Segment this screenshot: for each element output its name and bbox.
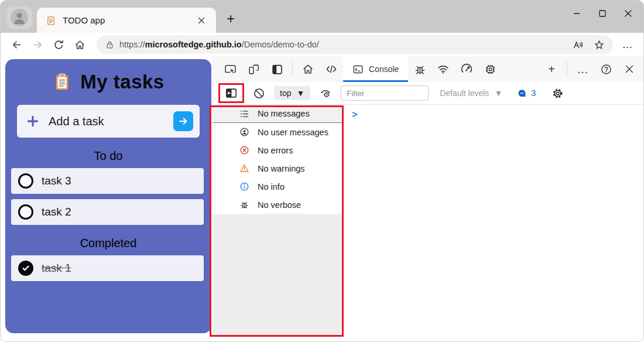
minimize-button[interactable] [564,1,590,26]
frame-context-selector[interactable]: top ▼ [274,86,310,100]
close-devtools-icon[interactable] [618,56,641,82]
url-text: https://microsoftedge.github.io/Demos/de… [119,40,565,49]
sidebar-item-label: No warnings [258,164,305,173]
task-row[interactable]: task 1 [11,255,204,281]
sidebar-item-all-messages[interactable]: No messages [213,105,343,123]
url-path: /Demos/demo-to-do/ [242,40,319,49]
sidebar-item-errors[interactable]: No errors [213,141,343,159]
console-settings-gear-icon[interactable] [551,87,564,100]
browser-tab[interactable]: TODO app [37,8,216,33]
task-checkbox[interactable] [18,173,33,189]
new-tab-button[interactable]: + [222,10,239,28]
lock-icon [105,40,115,50]
navigation-bar: https://microsoftedge.github.io/Demos/de… [1,33,643,56]
todo-section-header: To do [5,149,211,163]
warning-icon [239,163,249,173]
forward-button[interactable] [28,35,47,54]
browser-menu-button[interactable]: … [618,35,638,54]
home-button[interactable] [70,35,90,54]
devtools-toolbar: Console [213,56,643,82]
sidebar-item-verbose[interactable]: No verbose [213,196,343,214]
url-host: microsoftedge.github.io [145,40,242,49]
back-button[interactable] [6,35,26,54]
sidebar-empty-area [213,214,343,336]
sidebar-item-info[interactable]: No info [213,177,343,196]
task-checkbox-checked[interactable] [18,261,33,276]
info-icon [239,182,249,191]
task-row[interactable]: task 3 [11,168,204,194]
toolbar-separator [292,61,293,77]
user-icon [239,127,249,137]
console-tab-label: Console [369,64,399,74]
console-sidebar-toggle-icon[interactable] [225,87,238,100]
task-label: task 3 [42,175,71,187]
address-bar[interactable]: https://microsoftedge.github.io/Demos/de… [97,35,613,54]
tab-network-wifi-icon[interactable] [431,56,455,82]
tab-title: TODO app [63,15,189,25]
issues-counter[interactable]: 3 [517,88,536,98]
plus-icon [26,115,39,128]
person-icon [11,9,28,26]
console-prompt-chevron: > [352,110,357,119]
read-aloud-icon[interactable] [570,36,586,53]
console-sidebar: No messages No user messages [213,105,343,336]
console-body: No messages No user messages [213,105,643,341]
log-levels-label: Default levels [440,88,489,98]
profile-button[interactable] [6,6,32,29]
browser-window: TODO app + [0,0,644,342]
help-icon[interactable] [594,56,618,82]
verbose-bug-icon [239,200,249,210]
list-icon [239,109,249,119]
submit-task-button[interactable] [173,111,193,131]
task-label: task 2 [42,206,71,218]
add-task-label: Add a task [49,115,164,128]
devtools-toolbar-right: + … [540,56,643,82]
devtools-panel: Console [213,56,643,341]
console-filter-input[interactable] [341,86,429,101]
log-levels-selector[interactable]: Default levels ▼ [440,88,502,98]
tab-console[interactable]: Console [343,56,408,82]
chevron-down-icon: ▼ [494,88,502,98]
tab-bar: TODO app + [1,1,643,33]
task-label: task 1 [42,262,71,275]
activity-bar-layout-icon[interactable] [265,56,289,82]
sidebar-item-label: No verbose [258,200,301,210]
frame-context-value: top [280,88,291,98]
page-title: My tasks [80,71,164,93]
sidebar-item-warnings[interactable]: No warnings [213,159,343,177]
tab-elements-code-icon[interactable] [320,56,343,82]
error-icon [239,145,249,155]
sidebar-item-user-messages[interactable]: No user messages [213,123,343,141]
favorites-star-icon[interactable] [591,36,607,53]
task-row[interactable]: task 2 [11,199,204,225]
console-output[interactable]: > [343,105,643,341]
close-window-button[interactable] [615,1,641,26]
arrow-right-icon [178,116,189,126]
todo-app-panel: My tasks Add a task To do [5,59,211,333]
sidebar-item-label: No user messages [258,128,328,137]
tab-debugger-bug-icon[interactable] [408,56,431,82]
tab-memory-chip-icon[interactable] [478,56,502,82]
devtools-more-button[interactable]: … [571,56,594,82]
app-header: My tasks [5,71,211,93]
refresh-button[interactable] [49,35,68,54]
issues-count: 3 [531,88,536,98]
live-expression-eye-icon[interactable] [319,87,332,100]
completed-section-header: Completed [5,237,211,250]
device-emulation-icon[interactable] [242,56,265,82]
tab-close-icon[interactable] [195,14,208,27]
clear-console-icon[interactable] [253,87,265,100]
issues-bubble-icon [517,88,527,98]
task-checkbox[interactable] [18,204,33,220]
maximize-button[interactable] [590,1,615,26]
sidebar-item-label: No info [258,182,285,191]
tab-performance-gauge-icon[interactable] [455,56,478,82]
sidebar-item-label: No errors [258,146,293,155]
content-area: My tasks Add a task To do [1,56,643,341]
console-toolbar: top ▼ Default levels ▼ [213,82,643,105]
page-viewport: My tasks Add a task To do [1,56,213,341]
add-panel-button[interactable]: + [540,56,563,82]
tab-welcome-home-icon[interactable] [296,56,320,82]
add-task-input[interactable]: Add a task [17,105,200,138]
inspect-element-icon[interactable] [218,56,242,82]
